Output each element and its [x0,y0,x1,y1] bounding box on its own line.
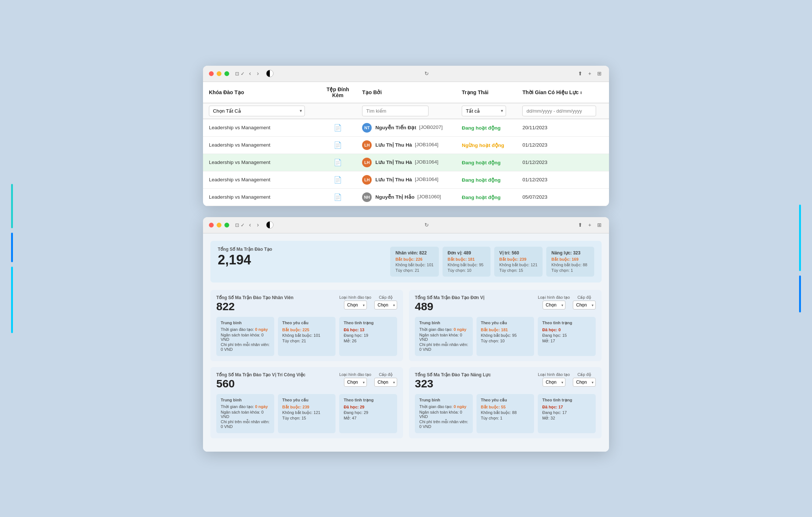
tyc-tuy-chon: Tùy chọn: 21 [282,339,331,343]
cell-status: Đang hoạt động [456,119,516,137]
traffic-light-green[interactable] [224,71,229,76]
creator-search-input[interactable] [362,106,429,116]
trung-binh-group: Trung bình Thời gian đào tạo: 0 ngày Ngâ… [415,394,473,433]
table-row: Leadership vs Management 📄 NH Nguyễn Thị… [203,188,609,206]
tb-cost: Chi phí trên mỗi nhân viên: 0 VND [419,342,468,352]
cell-attachment: 📄 [319,188,356,206]
window2-icon: ⊡ ✓ [235,222,245,228]
traffic-light-yellow-2[interactable] [217,223,221,227]
traffic-light-green-2[interactable] [224,223,229,227]
col-date[interactable]: Thời Gian Có Hiệu Lực [516,82,609,103]
theo-tinh-trang-group: Theo tình trạng Đã học: 29 Đang học: 29 … [339,394,397,433]
theo-yeu-cau-group: Theo yêu cầu Bắt buộc: 225 Không bắt buộ… [278,317,336,356]
summary-card: Vị trí: 560 Bắt buộc: 239 Không bắt buộc… [494,247,543,277]
filter-level-wrapper: Chọn [374,378,397,387]
file-icon[interactable]: 📄 [334,194,342,201]
sc-detail-1: Bắt buộc: 169 [551,257,589,262]
sc-title: Nhân viên: 822 [395,250,433,256]
reload-icon[interactable]: ↻ [424,71,429,76]
tb-cost: Chi phí trên mỗi nhân viên: 0 VND [221,420,270,429]
contrast-icon-2 [266,221,273,229]
file-icon[interactable]: 📄 [334,176,342,184]
filter-level-select[interactable]: Chọn [374,301,397,309]
filter-date-cell [516,103,609,119]
filter-row: Chọn Tất Cả Tất cả [203,103,609,119]
sc-detail-2: Không bắt buộc: 95 [448,263,485,267]
section-top: Tổng Số Ma Trận Đào Tạo Năng Lực 323 Loạ… [415,372,596,390]
theo-tinh-trang-group: Theo tình trạng Đã học: 17 Đang học: 17 … [538,394,596,433]
filter-level-wrapper: Chọn [374,301,397,309]
summary-card: Nhân viên: 822 Bắt buộc: 226 Không bắt b… [390,247,438,277]
creator-job: [JOB1064] [415,177,438,182]
col-course: Khóa Đào Tạo [203,82,319,103]
nav-forward-2[interactable]: › [255,222,260,228]
file-icon[interactable]: 📄 [334,141,342,149]
tyc-khong: Không bắt buộc: 88 [481,410,530,415]
add-tab-icon-2[interactable]: + [588,222,591,228]
cell-creator: NH Nguyễn Thị Hảo [JOB1060] [356,188,456,206]
trung-binh-title: Trung bình [419,321,468,325]
tyc-khong: Không bắt buộc: 101 [282,333,331,338]
trung-binh-title: Trung bình [419,398,468,402]
tabs-icon-2[interactable]: ⊞ [597,222,602,228]
traffic-light-red[interactable] [209,71,214,76]
nav-forward[interactable]: › [255,70,260,77]
cell-date: 01/12/2023 [516,136,609,154]
table-row: Leadership vs Management 📄 LH Lưu Thị Th… [203,136,609,154]
theo-tinh-trang-group: Theo tình trạng Đã học: 13 Đang học: 19 … [339,317,397,356]
section-left: Tổng Số Ma Trận Đào Tạo Đơn Vị 489 [415,295,484,312]
filter-type-wrapper: Chọn [543,378,565,387]
section-title: Tổng Số Ma Trận Đào Tạo Năng Lực [415,372,491,377]
cell-course: Leadership vs Management [203,188,319,206]
filter-level-select[interactable]: Chọn [573,301,596,309]
nav-back[interactable]: ‹ [248,70,252,77]
share-icon[interactable]: ⬆ [578,71,582,76]
filter-level-select[interactable]: Chọn [374,378,397,387]
cell-status: Đang hoạt động [456,188,516,206]
tabs-icon[interactable]: ⊞ [597,71,602,76]
filter-type-select[interactable]: Chọn [543,378,565,387]
tb-budget: Ngân sách toàn khóa: 0 VND [221,410,270,419]
cell-creator: LH Lưu Thị Thu Hà [JOB1064] [356,171,456,188]
file-icon[interactable]: 📄 [334,159,342,166]
reload-icon-2[interactable]: ↻ [424,222,429,228]
filter-type-select[interactable]: Chọn [344,301,367,309]
traffic-light-red-2[interactable] [209,223,214,227]
theo-yeu-cau-group: Theo yêu cầu Bắt buộc: 55 Không bắt buộc… [476,394,534,433]
section-top: Tổng Số Ma Trận Đào Tạo Vị Trí Công Việc… [216,372,397,390]
ttt-title: Theo tình trạng [344,398,393,403]
sc-detail-2: Không bắt buộc: 101 [395,263,433,267]
cell-date: 20/11/2023 [516,119,609,137]
cell-date: 01/12/2023 [516,154,609,171]
course-filter-select[interactable]: Chọn Tất Cả [209,106,305,116]
share-icon-2[interactable]: ⬆ [578,222,582,228]
ttt-title: Theo tình trạng [344,321,393,325]
filter-type-select[interactable]: Chọn [543,301,565,309]
date-filter-input[interactable] [522,106,596,116]
section-title: Tổng Số Ma Trận Đào Tạo Vị Trí Công Việc [216,372,306,377]
cell-status: Ngừng hoạt động [456,136,516,154]
section-filters: Loại hình đào tạo Chọn Cấp độ Chọn [538,372,596,387]
summary-section: Tổng Số Ma Trận Đào Tạo 2,194 Nhân viên:… [210,241,602,283]
section-number: 822 [216,300,293,312]
file-icon[interactable]: 📄 [334,124,342,131]
creator-avatar: NH [362,192,372,202]
filter-level-select[interactable]: Chọn [573,378,596,387]
status-filter-select[interactable]: Tất cả [462,106,506,116]
tyc-khong: Không bắt buộc: 121 [282,410,331,415]
section-top: Tổng Số Ma Trận Đào Tạo Nhân Viên 822 Lo… [216,295,397,312]
nav-back-2[interactable]: ‹ [248,222,252,228]
filter-type-select[interactable]: Chọn [344,378,367,387]
ttt-mo: Mở: 26 [344,339,393,343]
summary-number: 2,194 [218,253,284,267]
cell-course: Leadership vs Management [203,171,319,188]
ttt-dang-hoc: Đang học: 19 [344,333,393,338]
sc-detail-1: Bắt buộc: 226 [395,257,433,262]
traffic-light-yellow[interactable] [217,71,221,76]
cell-creator: NT Nguyễn Tiến Đạt [JOB0207] [356,119,456,137]
filter-search-cell [356,103,456,119]
section-card-vi_tri: Tổng Số Ma Trận Đào Tạo Vị Trí Công Việc… [210,367,403,438]
creator-avatar: LH [362,140,372,150]
section-card-don_vi: Tổng Số Ma Trận Đào Tạo Đơn Vị 489 Loại … [409,290,602,361]
add-tab-icon[interactable]: + [588,71,591,76]
